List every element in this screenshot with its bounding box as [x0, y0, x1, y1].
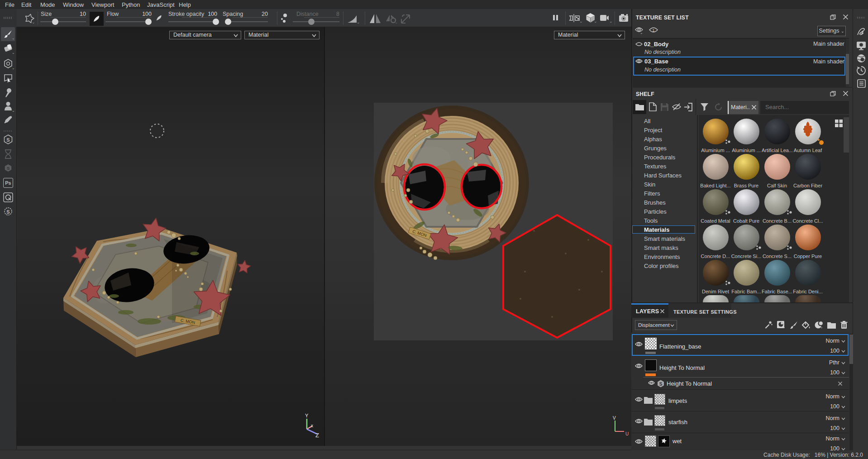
svg-text:1: 1: [652, 28, 654, 33]
svg-text:S: S: [7, 166, 10, 171]
svg-text:S: S: [6, 209, 10, 215]
svg-text:S: S: [659, 382, 663, 387]
svg-text:S: S: [6, 137, 10, 143]
